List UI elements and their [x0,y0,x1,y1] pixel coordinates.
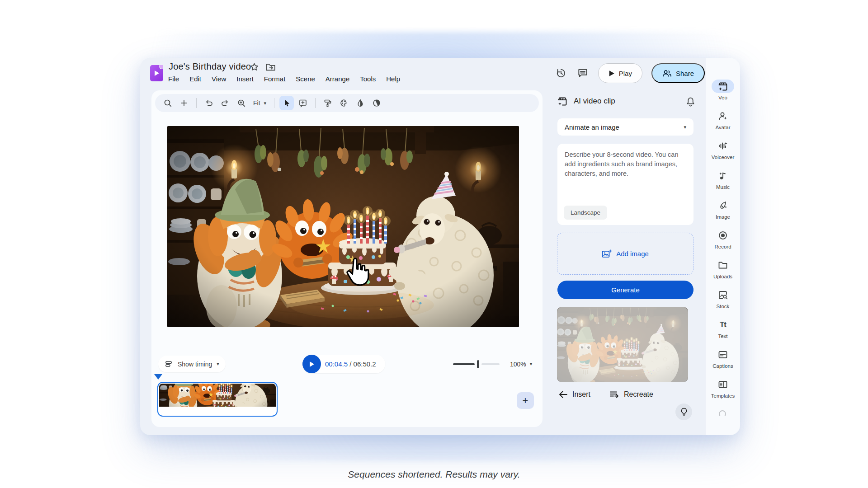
menu-scene[interactable]: Scene [296,75,315,83]
add-image-label: Add image [616,250,649,258]
folder-icon [717,260,728,271]
show-timing-label: Show timing [178,361,212,368]
caret-down-icon: ▾ [530,361,533,366]
menu-view[interactable]: View [212,75,226,83]
mode-dropdown-value: Animate an image [565,123,619,131]
select-tool-button[interactable] [279,96,294,110]
clip-thumbnail-image [159,384,276,415]
vids-app-icon[interactable] [150,65,163,81]
sidebar-item-avatar[interactable]: Avatar [706,109,740,139]
add-image-button[interactable]: Add image [557,233,693,275]
menu-edit[interactable]: Edit [189,75,201,83]
search-tool-button[interactable] [160,96,175,110]
menubar: File Edit View Insert Format Scene Arran… [168,75,400,83]
veo-clapper-icon [717,81,728,92]
palette-button[interactable] [337,96,351,110]
zoom-level-value: 100% [510,361,526,368]
document-title[interactable]: Joe's Birthday video [169,61,251,72]
sidebar-item-record[interactable]: Record [706,229,740,258]
sidebar-item-voiceover[interactable]: Voiceover [706,139,740,169]
sidebar-item-stock[interactable]: Stock [706,288,740,318]
lightbulb-icon [680,408,688,417]
add-comment-button[interactable] [296,96,310,110]
show-timing-select[interactable]: Show timing ▾ [158,356,226,372]
redo-button[interactable] [218,96,232,110]
prompt-container: Landscape [557,144,693,225]
menu-help[interactable]: Help [386,75,400,83]
recreate-button[interactable]: Recreate [609,390,653,399]
aspect-ratio-chip[interactable]: Landscape [564,206,607,220]
text-tool-icon: Tt [720,320,726,329]
tips-button[interactable] [675,404,692,420]
contrast-button[interactable] [369,96,384,110]
insert-label: Insert [572,390,590,399]
slider-track-filled [453,363,475,365]
timeline-clip-thumbnail[interactable] [157,382,278,417]
slider-thumb[interactable] [477,360,479,368]
app-window: Joe's Birthday video File Edit View Inse… [140,58,740,435]
sidebar-item-veo[interactable]: Veo [706,80,740,109]
menu-file[interactable]: File [168,75,179,83]
zoom-level-select[interactable]: 100% ▾ [510,361,532,368]
timeline-play-button[interactable] [302,355,321,373]
undo-button[interactable] [202,96,216,110]
sidebar-item-image[interactable]: Image [706,199,740,229]
menu-tools[interactable]: Tools [360,75,376,83]
current-time: 00:04.5 [325,360,348,368]
plus-icon: + [523,395,528,407]
ai-video-clip-panel: AI video clip Animate an image ▾ Landsca… [552,58,700,435]
play-doc-glyph [154,70,160,76]
sidebar-label: Uploads [713,274,732,279]
add-scene-button[interactable]: + [517,392,534,409]
video-preview[interactable] [167,126,519,327]
menu-format[interactable]: Format [264,75,286,83]
sidebar-item-text[interactable]: Tt Text [706,318,740,348]
slider-track-empty [481,363,500,365]
caret-down-icon: ▾ [217,361,219,366]
move-to-folder-icon[interactable] [265,62,276,72]
sidebar-label: Image [716,214,730,220]
bell-icon [686,97,695,107]
sidebar-item-music[interactable]: Music [706,169,740,199]
zoom-slider[interactable]: 100% ▾ [453,355,532,373]
tools-sidebar: Veo Avatar Voiceover Music Image Record … [706,58,740,435]
prompt-input[interactable] [557,144,693,196]
sidebar-label: Templates [711,393,735,399]
insert-button[interactable]: Insert [559,390,590,399]
ai-clip-icon [557,96,568,107]
hand-cursor-icon [343,257,372,289]
mode-dropdown[interactable]: Animate an image ▾ [557,118,693,136]
generated-clip-thumbnail[interactable] [557,307,688,382]
caret-down-icon: ▾ [264,101,267,106]
menu-insert[interactable]: Insert [236,75,254,83]
sidebar-label: Record [714,244,731,249]
add-tool-button[interactable] [177,96,191,110]
avatar-person-icon [717,111,728,122]
generate-button[interactable]: Generate [557,281,693,299]
play-icon [309,361,315,367]
fit-zoom-select[interactable]: Fit ▾ [250,99,269,107]
format-paint-button[interactable] [321,96,335,110]
zoom-tool-button[interactable] [234,96,249,110]
droplet-button[interactable] [353,96,368,110]
sidebar-label: Avatar [715,125,730,130]
menu-arrange[interactable]: Arrange [326,75,349,83]
notifications-button[interactable] [686,97,695,107]
sidebar-item-templates[interactable]: Templates [706,378,740,408]
star-icon[interactable] [250,62,259,72]
toolbar-divider [315,98,316,108]
playhead-marker[interactable] [154,374,162,380]
sidebar-label: Text [718,333,727,339]
editor-canvas: Fit ▾ Show timing ▾ 00:04.5 / 06:50.2 [151,90,542,427]
sidebar-label: Voiceover [712,155,735,160]
total-time: / 06:50.2 [348,360,376,368]
sidebar-item-captions[interactable]: Captions [706,348,740,378]
sidebar-item-uploads[interactable]: Uploads [706,258,740,288]
timing-rows-icon [165,360,173,368]
captions-icon [717,349,728,360]
sidebar-label: Music [716,184,730,190]
partial-scrolled-icon [717,408,728,416]
toolbar-divider [196,98,197,108]
birthday-scene-frame [167,126,519,327]
record-icon [717,230,728,241]
